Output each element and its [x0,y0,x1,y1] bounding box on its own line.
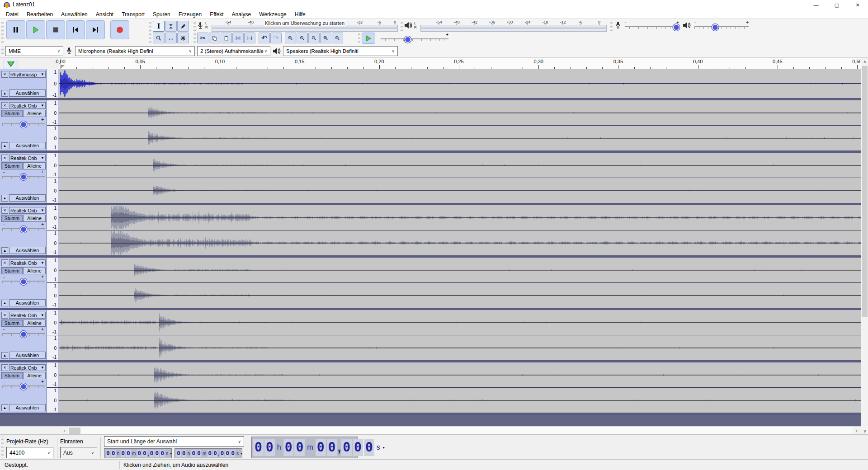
waveform-canvas[interactable] [59,388,861,413]
timeline-ruler[interactable]: 0,000,050,100,150,200,250,300,350,400,45… [0,58,868,70]
track-collapse-button[interactable]: ▲ [1,142,8,149]
stop-button[interactable] [46,20,65,39]
playback-meter[interactable]: -54-48-42-36-30-24-18-12-60 [420,21,607,32]
track-3-channel-2[interactable]: 10-1 [47,178,861,203]
track-6-channel-2[interactable]: 10-1 [47,335,861,360]
selection-mode-select[interactable]: Start und Länge der Auswahl∨ [104,436,244,447]
play-speed-slider-thumb[interactable] [405,36,411,43]
vertical-scale[interactable]: 10-1 [47,283,58,308]
undo-icon[interactable]: ↶ [259,33,270,43]
track-solo-button[interactable]: Alleine [23,320,46,327]
track-3-channel-1[interactable]: 10-1 [47,153,861,178]
track-control-panel[interactable]: × Realtek Onb ▼ Stumm Alleine -+ ▲ Auswä… [0,362,47,413]
track-gain-slider[interactable]: -+ [2,328,45,337]
track-close-button[interactable]: × [1,312,8,319]
track-close-button[interactable]: × [1,259,8,266]
vertical-scale[interactable]: 10-1 [47,126,58,150]
play-meter-grip[interactable] [401,21,403,32]
time-format-arrow-icon[interactable]: ▾ [241,451,242,456]
selection-toolbar-grip[interactable] [1,437,4,458]
close-button[interactable]: ✕ [847,0,868,10]
time-format-arrow-icon[interactable]: ▾ [170,451,172,456]
edit-toolbar-grip[interactable] [193,33,196,44]
time-digit[interactable]: 0 [106,450,110,457]
waveform-canvas[interactable] [59,126,861,150]
track-select-button[interactable]: Auswählen [9,404,46,411]
snap-select[interactable]: Aus∨ [60,447,97,458]
vertical-scale[interactable]: 10-1 [47,230,58,255]
waveform-canvas[interactable] [59,310,861,335]
time-digit[interactable]: 0 [208,450,212,457]
waveform-canvas[interactable] [59,178,861,203]
time-digit[interactable]: 0 [316,439,326,456]
track-collapse-button[interactable]: ▲ [1,404,8,411]
track-title-button[interactable]: Realtek Onb ▼ [9,102,46,109]
project-rate-select[interactable]: 44100∨ [6,447,53,458]
track-collapse-button[interactable]: ▲ [1,352,8,359]
time-digit[interactable]: 0 [364,439,374,456]
track-mute-button[interactable]: Stumm [1,110,23,117]
trim-audio-icon[interactable] [232,33,244,43]
time-digit[interactable]: 0 [111,450,116,457]
track-title-button[interactable]: Realtek Onb ▼ [9,155,46,161]
vertical-scale[interactable]: 10-1 [47,335,58,360]
track-close-button[interactable]: × [1,155,8,161]
track-4-channel-1[interactable]: 10-1 [47,205,861,230]
time-digit[interactable]: 0 [182,450,186,457]
multi-tool-button[interactable] [177,33,189,43]
play-at-speed-button[interactable] [362,33,375,44]
zoom-selection-icon[interactable] [308,33,320,43]
copy-icon[interactable] [209,33,220,43]
menu-item-effekt[interactable]: Effekt [206,10,227,19]
waveform-canvas[interactable] [59,283,861,308]
selection-tool-button[interactable]: I [153,21,165,32]
horizontal-scrollbar[interactable]: ‹ › [0,426,861,435]
waveform-canvas[interactable] [59,362,861,387]
track-title-button[interactable]: Realtek Onb ▼ [9,312,46,319]
track-select-button[interactable]: Auswählen [9,352,46,359]
track-7-channel-2[interactable]: 10-1 [47,387,861,413]
time-digit[interactable]: 0 [341,439,352,456]
waveform-canvas[interactable] [59,153,861,178]
silence-audio-icon[interactable] [244,33,255,43]
track-collapse-button[interactable]: ▲ [1,90,8,97]
vertical-scale[interactable]: 10-1 [47,69,58,98]
track-select-button[interactable]: Auswählen [9,247,46,254]
time-digit[interactable]: 0 [197,450,201,457]
waveform-canvas[interactable] [59,230,861,255]
play-speed-slider[interactable]: -+ [381,33,448,43]
track-gain-slider[interactable]: -+ [2,380,45,389]
track-5-channel-2[interactable]: 10-1 [47,282,861,308]
time-digit[interactable]: 0 [231,450,235,457]
time-format-arrow-icon[interactable]: ▾ [383,446,385,450]
time-digit[interactable]: 0 [264,439,275,456]
paste-icon[interactable] [221,33,232,43]
time-digit[interactable]: 0 [155,450,159,457]
track-select-button[interactable]: Auswählen [9,89,46,97]
menu-item-werkzeuge[interactable]: Werkzeuge [255,10,290,19]
track-2-channel-2[interactable]: 10-1 [47,125,861,150]
menu-item-transport[interactable]: Transport [118,10,149,19]
time-digit[interactable]: 0 [150,450,154,457]
track-solo-button[interactable]: Alleine [23,267,46,274]
menu-item-auswählen[interactable]: Auswählen [57,10,92,19]
track-select-button[interactable]: Auswählen [9,299,46,306]
selection-length-field[interactable]: 00h00m00,000s▾ [175,448,242,458]
vertical-scale[interactable]: 10-1 [47,310,58,335]
time-digit[interactable]: 0 [225,450,230,457]
track-close-button[interactable]: × [1,364,8,371]
track-control-panel[interactable]: × Realtek Onb ▼ Stumm Alleine -+ ▲ Auswä… [0,258,47,308]
zoom-toggle-icon[interactable] [332,33,343,43]
track-mute-button[interactable]: Stumm [1,320,23,327]
minimize-button[interactable]: — [806,0,826,10]
time-digit[interactable]: 0 [294,439,305,456]
time-digit[interactable]: 0 [253,439,264,456]
time-digit[interactable]: 0 [283,439,294,456]
scroll-down-icon[interactable]: ∨ [861,427,868,434]
track-control-panel[interactable]: × Realtek Onb ▼ Stumm Alleine -+ ▲ Auswä… [0,153,47,203]
input-device-select[interactable]: Microphone (Realtek High Defini∨ [75,46,195,56]
vertical-scale[interactable]: 10-1 [47,388,58,413]
time-digit[interactable]: 0 [353,439,363,456]
track-gain-slider-thumb[interactable] [20,331,27,338]
timeline-options-button[interactable] [4,59,18,69]
